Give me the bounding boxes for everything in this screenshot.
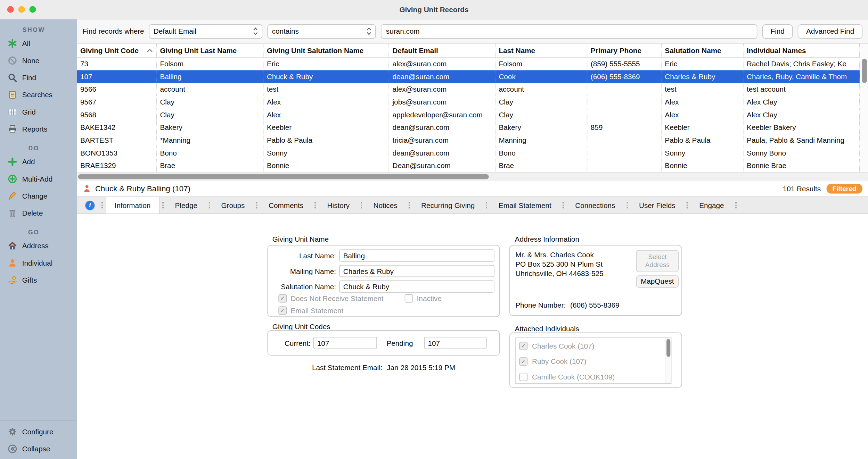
reports-printer-icon bbox=[8, 124, 17, 134]
checkbox-label: Does Not Receive Statement bbox=[290, 294, 383, 303]
sidebar-section-header-go: GO bbox=[0, 229, 67, 236]
minimize-button[interactable] bbox=[18, 6, 25, 13]
current-code-input[interactable] bbox=[313, 337, 377, 349]
field-select[interactable]: Default Email bbox=[149, 24, 263, 38]
tab-groups[interactable]: Groups bbox=[213, 197, 253, 214]
info-button[interactable] bbox=[81, 197, 98, 214]
table-row[interactable]: BRAE1329BraeBonnieDean@suran.comBraeBonn… bbox=[77, 159, 860, 172]
find-button[interactable]: Find bbox=[762, 24, 793, 38]
titlebar: Giving Unit Records bbox=[0, 0, 868, 19]
horizontal-scrollbar-thumb[interactable] bbox=[78, 174, 489, 179]
search-input[interactable] bbox=[381, 24, 758, 38]
table-cell bbox=[587, 83, 661, 96]
tab-history[interactable]: History bbox=[319, 197, 358, 214]
table-cell: Sonny bbox=[662, 147, 744, 159]
salutation-name-input[interactable] bbox=[339, 281, 494, 293]
sidebar-item-label: Searches bbox=[22, 91, 52, 99]
pending-code-input[interactable] bbox=[424, 337, 486, 349]
table-row[interactable]: 107BallingChuck & Rubydean@suran.comCook… bbox=[77, 70, 860, 83]
sidebar-item-reports[interactable]: Reports bbox=[0, 120, 77, 137]
table-row[interactable]: 73FolsomEricalex@suran.comFolsom(859) 55… bbox=[77, 58, 860, 70]
table-cell: *Manning bbox=[157, 134, 263, 147]
filtered-badge[interactable]: Filtered bbox=[826, 184, 862, 194]
advanced-find-button[interactable]: Advanced Find bbox=[798, 24, 862, 38]
table-row[interactable]: 9568ClayAlexappledeveloper@suran.comClay… bbox=[77, 108, 860, 121]
column-header-individual-names[interactable]: Individual Names bbox=[744, 44, 860, 57]
horizontal-scrollbar[interactable] bbox=[77, 172, 868, 181]
sidebar-item-gifts[interactable]: Gifts bbox=[0, 272, 77, 289]
tab-notices[interactable]: Notices bbox=[365, 197, 406, 214]
table-row[interactable]: 9567ClayAlexjobs@suran.comClayAlexAlex C… bbox=[77, 96, 860, 109]
table-cell: BARTEST bbox=[77, 134, 156, 147]
operator-select[interactable]: contains bbox=[268, 24, 376, 38]
tab-engage[interactable]: Engage bbox=[691, 197, 732, 214]
attached-list-scrollbar-thumb[interactable] bbox=[666, 339, 670, 357]
sidebar-item-configure[interactable]: Configure bbox=[0, 423, 77, 440]
table-cell: Bonnie Brae bbox=[744, 159, 860, 172]
table-cell: alex@suran.com bbox=[389, 83, 496, 96]
sidebar-item-delete[interactable]: Delete bbox=[0, 205, 77, 222]
table-cell: Brae bbox=[157, 159, 263, 172]
results-count: 101 Results bbox=[783, 184, 821, 193]
sort-ascending-icon bbox=[147, 48, 153, 52]
tab-connections[interactable]: Connections bbox=[567, 197, 623, 214]
attached-list-scrollbar[interactable] bbox=[665, 338, 671, 383]
table-header-row: Giving Unit CodeGiving Unit Last NameGiv… bbox=[77, 44, 860, 58]
tab-grip bbox=[623, 197, 631, 214]
table-row[interactable]: BARTEST*ManningPablo & Paulatricia@suran… bbox=[77, 134, 860, 147]
column-header-giving-unit-last-name[interactable]: Giving Unit Last Name bbox=[157, 44, 263, 57]
table-cell: Clay bbox=[157, 108, 263, 121]
table-row[interactable]: 9566accounttestalex@suran.comaccounttest… bbox=[77, 83, 860, 96]
table-cell: Alex Clay bbox=[744, 108, 860, 121]
table-row[interactable]: BAKE1342BakeryKeeblerdean@suran.comBaker… bbox=[77, 121, 860, 134]
close-button[interactable] bbox=[7, 6, 14, 13]
sidebar-item-add[interactable]: Add bbox=[0, 153, 77, 170]
mailing-name-input[interactable] bbox=[339, 265, 494, 277]
column-header-label: Individual Names bbox=[747, 46, 806, 55]
table-cell: tricia@suran.com bbox=[389, 134, 496, 147]
tab-information[interactable]: Information bbox=[106, 197, 159, 214]
column-header-giving-unit-code[interactable]: Giving Unit Code bbox=[77, 44, 156, 57]
table-row[interactable]: BONO1353BonoSonnydean@suran.comBonoSonny… bbox=[77, 147, 860, 159]
column-header-primary-phone[interactable]: Primary Phone bbox=[587, 44, 661, 57]
sidebar-item-searches[interactable]: Searches bbox=[0, 86, 77, 103]
table-cell: appledeveloper@suran.com bbox=[389, 108, 496, 121]
column-header-giving-unit-salutation-name[interactable]: Giving Unit Salutation Name bbox=[263, 44, 389, 57]
information-panel: Giving Unit Name Last Name: Mailing Name… bbox=[77, 214, 868, 459]
zoom-button[interactable] bbox=[29, 6, 36, 13]
last-name-input[interactable] bbox=[339, 249, 494, 261]
tab-recurring-giving[interactable]: Recurring Giving bbox=[413, 197, 483, 214]
operator-select-value: contains bbox=[272, 27, 299, 35]
tab-email-statement[interactable]: Email Statement bbox=[490, 197, 560, 214]
sidebar-item-label: Gifts bbox=[22, 276, 37, 284]
sidebar-item-multi-add[interactable]: Multi-Add bbox=[0, 170, 77, 187]
sidebar-footer: ConfigureCollapse bbox=[0, 420, 77, 457]
app-window: Giving Unit Records SHOWAllNoneFindSearc… bbox=[0, 0, 868, 459]
tab-pledge[interactable]: Pledge bbox=[167, 197, 206, 214]
vertical-scrollbar[interactable] bbox=[860, 44, 868, 172]
address-line: Uhrichsville, OH 44683-525 bbox=[515, 269, 603, 278]
vertical-scrollbar-thumb[interactable] bbox=[862, 59, 867, 83]
sidebar-item-find[interactable]: Find bbox=[0, 69, 77, 86]
mapquest-button[interactable]: MapQuest bbox=[636, 275, 679, 287]
attached-individuals-group: ✓Charles Cook (107)✓Ruby Cook (107)Camil… bbox=[509, 332, 682, 387]
table-cell: Bakery bbox=[496, 121, 587, 134]
column-header-last-name[interactable]: Last Name bbox=[496, 44, 587, 57]
tab-user-fields[interactable]: User Fields bbox=[631, 197, 684, 214]
sidebar-item-all[interactable]: All bbox=[0, 35, 77, 52]
trash-icon bbox=[8, 209, 17, 218]
sidebar-item-change[interactable]: Change bbox=[0, 187, 77, 205]
sidebar-item-collapse[interactable]: Collapse bbox=[0, 440, 77, 457]
table-cell: Bakery bbox=[157, 121, 263, 134]
sidebar-item-grid[interactable]: Grid bbox=[0, 103, 77, 120]
column-header-default-email[interactable]: Default Email bbox=[389, 44, 496, 57]
sidebar-item-individual[interactable]: Individual bbox=[0, 254, 77, 272]
column-header-salutation-name[interactable]: Salutation Name bbox=[662, 44, 744, 57]
sidebar-section-header-do: DO bbox=[0, 145, 67, 151]
table-cell: Keebler bbox=[662, 121, 744, 134]
sidebar-item-address[interactable]: Address bbox=[0, 237, 77, 254]
checkbox-email-statement: ✓Email Statement bbox=[278, 307, 343, 315]
tab-comments[interactable]: Comments bbox=[260, 197, 312, 214]
sidebar-item-label: Grid bbox=[22, 108, 36, 116]
sidebar-item-none[interactable]: None bbox=[0, 52, 77, 69]
